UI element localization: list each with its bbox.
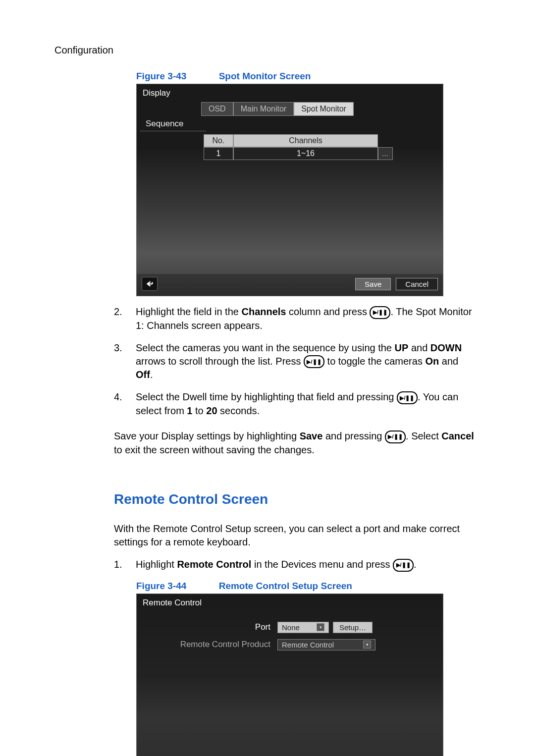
- port-label: Port: [142, 622, 277, 632]
- instruction-2: 2. Highlight the field in the Channels c…: [114, 305, 476, 332]
- tab-spot-monitor[interactable]: Spot Monitor: [294, 102, 354, 116]
- save-paragraph: Save your Display settings by highlighti…: [114, 430, 476, 457]
- figure-43-title: Spot Monitor Screen: [219, 71, 311, 81]
- instruction-3: 3. Select the cameras you want in the se…: [114, 341, 476, 382]
- play-pause-icon: ▶/❚❚: [370, 306, 390, 319]
- figure-43-label: Figure 3-43: [136, 71, 186, 81]
- remote-step-1: 1. Highlight Remote Control in the Devic…: [114, 558, 476, 572]
- play-pause-icon: ▶/❚❚: [304, 355, 324, 368]
- port-dropdown[interactable]: None ▾: [277, 622, 329, 633]
- remote-control-screenshot: Remote Control Port None ▾ Setup… Remote…: [136, 594, 443, 756]
- dropdown-arrow-icon: ▾: [363, 641, 371, 648]
- cell-channels-1[interactable]: 1~16: [233, 147, 378, 160]
- display-panel-title: Display: [137, 84, 443, 102]
- figure-44-title: Remote Control Setup Screen: [219, 581, 352, 591]
- col-header-channels: Channels: [233, 134, 378, 147]
- back-icon[interactable]: [142, 277, 158, 291]
- remote-product-label: Remote Control Product: [142, 640, 277, 649]
- remote-product-value: Remote Control: [282, 641, 334, 649]
- dropdown-arrow-icon: ▾: [317, 623, 324, 631]
- save-button[interactable]: Save: [355, 278, 391, 290]
- figure-43-caption: Figure 3-43 Spot Monitor Screen: [136, 71, 481, 82]
- play-pause-icon: ▶/❚❚: [385, 431, 406, 443]
- remote-control-heading: Remote Control Screen: [114, 491, 481, 507]
- sequence-label: Sequence: [140, 116, 206, 131]
- remote-product-dropdown[interactable]: Remote Control ▾: [277, 639, 375, 650]
- sequence-table: No. Channels 1 1~16 …: [204, 134, 443, 160]
- instruction-4: 4. Select the Dwell time by highlighting…: [114, 390, 476, 418]
- channels-more-icon[interactable]: …: [378, 147, 393, 160]
- col-header-no: No.: [204, 134, 233, 147]
- play-pause-icon: ▶/❚❚: [397, 391, 418, 404]
- remote-control-panel-title: Remote Control: [137, 594, 443, 612]
- figure-44-label: Figure 3-44: [136, 581, 186, 591]
- display-tabs: OSD Main Monitor Spot Monitor: [201, 102, 443, 116]
- play-pause-icon: ▶/❚❚: [393, 559, 414, 572]
- tab-main-monitor[interactable]: Main Monitor: [233, 102, 294, 116]
- section-header: Configuration: [54, 45, 481, 56]
- spot-monitor-screenshot: Display OSD Main Monitor Spot Monitor Se…: [136, 84, 443, 296]
- remote-intro-paragraph: With the Remote Control Setup screen, yo…: [114, 522, 476, 549]
- cancel-button[interactable]: Cancel: [396, 278, 438, 290]
- setup-button[interactable]: Setup…: [333, 622, 373, 633]
- cell-no-1: 1: [204, 147, 233, 160]
- figure-44-caption: Figure 3-44 Remote Control Setup Screen: [136, 581, 481, 592]
- tab-osd[interactable]: OSD: [201, 102, 233, 116]
- port-value: None: [282, 623, 300, 632]
